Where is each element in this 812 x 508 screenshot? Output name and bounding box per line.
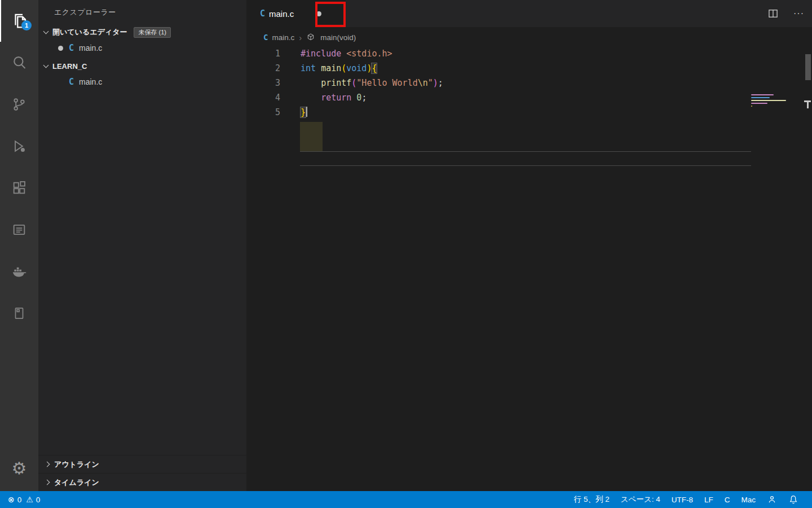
notebook-icon <box>12 306 27 321</box>
tree-file-label: main.c <box>79 77 102 86</box>
activity-bar: 1 <box>0 0 38 491</box>
open-editors-section: 開いているエディター 未保存 (1) C main.c <box>38 23 246 56</box>
list-box-icon <box>11 222 27 238</box>
open-editors-header[interactable]: 開いているエディター 未保存 (1) <box>38 25 246 40</box>
c-file-icon: C <box>263 33 268 42</box>
warning-icon: ⚠ <box>26 495 33 504</box>
line-number[interactable]: 1 <box>246 46 280 61</box>
activity-item-output-list[interactable] <box>0 209 38 251</box>
code-editor[interactable]: 1#include <stdio.h>2int main(void){3 pri… <box>246 46 812 491</box>
error-icon: ⊗ <box>8 495 15 504</box>
debug-play-icon <box>11 138 27 154</box>
code-lines: 1#include <stdio.h>2int main(void){3 pri… <box>246 46 812 120</box>
current-line-highlight <box>300 151 751 166</box>
code-line[interactable]: 1#include <stdio.h> <box>246 46 812 61</box>
sidebar-bottom-sections: アウトライン タイムライン <box>38 455 246 491</box>
line-number[interactable]: 5 <box>246 105 280 120</box>
indent-highlight <box>300 122 323 151</box>
vscode-window: 1 <box>0 0 812 508</box>
warnings-indicator[interactable]: ⚠ 0 <box>26 495 40 504</box>
docker-whale-icon <box>11 263 28 280</box>
workspace-folder-header[interactable]: LEARN_C <box>38 59 246 73</box>
status-right: 行 5、列 2 スペース: 4 UTF-8 LF C Mac <box>568 494 804 505</box>
unsaved-badge: 未保存 (1) <box>134 27 171 38</box>
chevron-down-icon <box>43 63 49 68</box>
timeline-label: タイムライン <box>54 478 99 488</box>
activity-item-run-debug[interactable] <box>0 125 38 167</box>
tab-main-c[interactable]: C main.c <box>246 0 346 27</box>
gear-icon: ⚙ <box>12 460 27 477</box>
activity-item-search[interactable] <box>0 42 38 84</box>
code-text: printf("Hello World\n"); <box>280 76 443 90</box>
chevron-right-icon <box>45 462 50 467</box>
indentation-status[interactable]: スペース: 4 <box>621 494 660 505</box>
code-text: int main(void){ <box>280 61 377 76</box>
activity-item-explorer[interactable]: 1 <box>0 0 38 42</box>
outline-section-header[interactable]: アウトライン <box>38 455 246 473</box>
workspace-folder-label: LEARN_C <box>52 62 87 71</box>
problems-indicator[interactable]: ⊗ 0 <box>8 495 21 504</box>
language-mode-status[interactable]: C <box>725 496 730 504</box>
tree-item-main-c[interactable]: C main.c <box>38 73 246 90</box>
code-line[interactable]: 4 return 0; <box>246 90 812 105</box>
activity-item-settings[interactable]: ⚙ <box>0 452 38 485</box>
text-cursor <box>306 107 307 117</box>
code-line[interactable]: 5} <box>246 105 812 120</box>
editor-actions: ··· <box>767 0 804 27</box>
open-editor-file-label: main.c <box>79 43 102 52</box>
open-editor-item-main-c[interactable]: C main.c <box>38 40 246 56</box>
sidebar-title: エクスプローラー <box>38 0 246 23</box>
cursor-position-status[interactable]: 行 5、列 2 <box>574 494 610 505</box>
c-file-icon: C <box>69 77 74 87</box>
open-editors-label: 開いているエディター <box>52 27 127 37</box>
feedback-icon[interactable] <box>767 494 777 505</box>
git-branch-icon <box>11 97 27 112</box>
split-editor-icon[interactable] <box>767 8 779 19</box>
status-bar: ⊗ 0 ⚠ 0 行 5、列 2 スペース: 4 UTF-8 LF C Mac <box>0 491 812 508</box>
tab-unsaved-dot-icon[interactable] <box>316 11 321 16</box>
search-icon <box>11 55 27 71</box>
chevron-down-icon <box>43 29 49 34</box>
c-file-icon: C <box>69 43 74 53</box>
activity-item-docker[interactable] <box>0 251 38 292</box>
line-number[interactable]: 2 <box>246 61 280 76</box>
editor-group: C main.c ··· C main.c › <box>246 0 812 491</box>
c-file-icon: C <box>260 8 265 19</box>
activity-item-notebook[interactable] <box>0 292 38 334</box>
line-number[interactable]: 4 <box>246 90 280 105</box>
symbol-cube-icon <box>306 33 315 42</box>
activity-item-extensions[interactable] <box>0 167 38 209</box>
breadcrumb-separator-icon: › <box>299 33 302 42</box>
explorer-sidebar: エクスプローラー 開いているエディター 未保存 (1) C main.c LEA… <box>38 0 246 491</box>
tab-label: main.c <box>269 9 294 19</box>
remote-os-status[interactable]: Mac <box>741 496 756 504</box>
notifications-bell-icon[interactable] <box>788 494 798 505</box>
modified-dot-icon[interactable] <box>58 46 63 51</box>
status-left: ⊗ 0 ⚠ 0 <box>8 495 45 504</box>
code-text: return 0; <box>280 90 367 105</box>
tab-bar: C main.c ··· <box>246 0 812 27</box>
extensions-icon <box>11 180 27 196</box>
warning-count: 0 <box>36 496 41 504</box>
breadcrumb: C main.c › main(void) <box>246 27 812 47</box>
timeline-section-header[interactable]: タイムライン <box>38 473 246 491</box>
outline-label: アウトライン <box>54 459 99 470</box>
explorer-badge: 1 <box>21 20 32 30</box>
code-line[interactable]: 2int main(void){ <box>246 61 812 76</box>
activity-item-source-control[interactable] <box>0 84 38 125</box>
encoding-status[interactable]: UTF-8 <box>672 496 693 504</box>
chevron-right-icon <box>45 480 50 485</box>
eol-status[interactable]: LF <box>704 496 713 504</box>
code-text: #include <stdio.h> <box>280 46 392 61</box>
code-line[interactable]: 3 printf("Hello World\n"); <box>246 76 812 90</box>
code-text: } <box>280 105 307 120</box>
breadcrumb-file[interactable]: main.c <box>272 33 294 42</box>
workspace-section: LEARN_C C main.c <box>38 59 246 90</box>
breadcrumb-symbol[interactable]: main(void) <box>320 33 356 42</box>
more-actions-icon[interactable]: ··· <box>793 8 804 19</box>
error-count: 0 <box>17 496 22 504</box>
line-number[interactable]: 3 <box>246 76 280 90</box>
